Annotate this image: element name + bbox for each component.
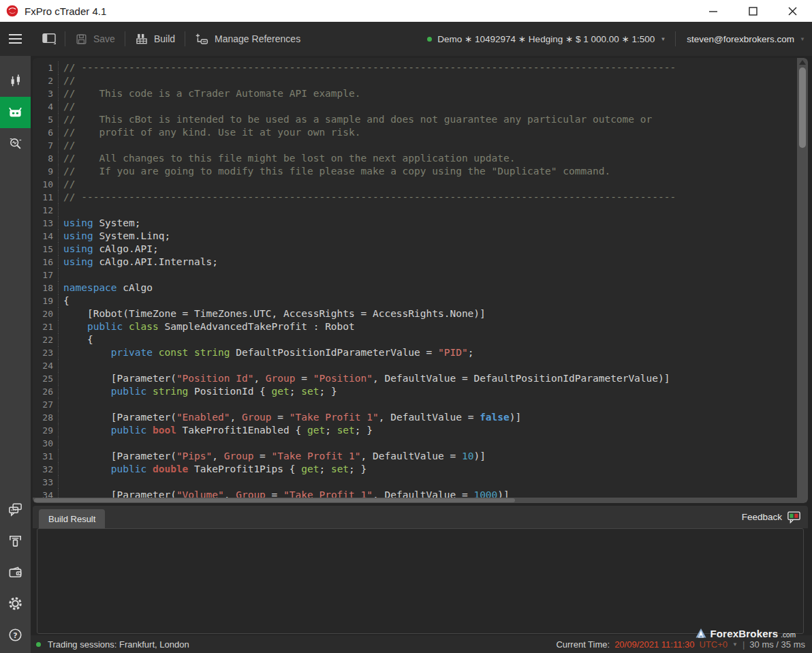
code-line[interactable]: 9// If you are going to modify this file… [33,165,797,178]
sidebar-item-analyze[interactable] [0,128,31,160]
code-token: [Robot(TimeZone = TimeZones.UTC, AccessR… [63,308,486,319]
code-line[interactable]: 5// This cBot is intended to be used as … [33,113,797,126]
code-line[interactable]: 34 [Parameter("Volume", Group = "Take Pr… [33,489,797,498]
code-editor[interactable]: 1// ------------------------------------… [33,58,808,503]
code-token: Group [224,451,254,461]
code-token: )] [473,451,485,461]
code-line[interactable]: 21 public class SampleAdvancedTakeProfit… [33,320,797,333]
code-line[interactable]: 6// profit of any kind. Use it at your o… [33,126,797,139]
line-number: 5 [33,113,59,126]
code-line[interactable]: 4// [33,100,797,113]
code-token: ; } [349,464,366,474]
code-line[interactable]: 33 [33,476,797,489]
code-line[interactable]: 25 [Parameter("Position Id", Group = "Po… [33,372,797,385]
trading-sessions-label: Trading sessions: Frankfurt, London [48,639,189,650]
account-selector[interactable]: Demo ∗ 10492974 ∗ Hedging ∗ $ 1 000.00 ∗… [427,33,666,44]
code-line[interactable]: 16using cAlgo.API.Internals; [33,256,797,269]
sidebar-item-chat[interactable] [0,493,31,525]
code-line[interactable]: 30 [33,437,797,450]
code-line[interactable]: 1// ------------------------------------… [33,61,797,74]
tab-build-result[interactable]: Build Result [39,509,105,528]
code-line[interactable]: 22 { [33,333,797,346]
code-line[interactable]: 3// This code is a cTrader Automate API … [33,87,797,100]
code-line[interactable]: 26 public string PositionId { get; set; … [33,385,797,398]
code-line[interactable]: 12 [33,204,797,217]
code-text: [Parameter("Volume", Group = "Take Profi… [59,489,510,498]
code-line[interactable]: 15using cAlgo.API; [33,243,797,256]
vertical-scrollbar[interactable] [797,58,808,498]
line-number: 28 [33,411,59,424]
sidebar-item-help[interactable]: ? [0,619,31,650]
code-token: get [307,425,325,436]
line-number: 6 [33,126,59,139]
line-number: 12 [33,204,59,217]
timezone-selector[interactable]: UTC+0 [700,639,728,650]
line-number: 1 [33,61,59,74]
feedback-button[interactable]: Feedback [742,506,801,528]
code-line[interactable]: 31 [Parameter("Pips", Group = "Take Prof… [33,450,797,463]
trading-sessions: Trading sessions: Frankfurt, London [36,639,189,650]
code-line[interactable]: 19{ [33,294,797,307]
code-token: System.Linq; [93,230,171,241]
code-text: public string PositionId { get; set; } [59,385,337,398]
line-number: 16 [33,256,59,269]
scroll-up-arrow-icon[interactable] [799,60,806,65]
sidebar-item-automate[interactable] [0,97,31,128]
code-line[interactable]: 11// -----------------------------------… [33,191,797,204]
close-button[interactable] [772,0,812,22]
code-text: // -------------------------------------… [59,191,676,204]
horizontal-scrollbar-thumb[interactable] [34,498,515,502]
build-result-panel [37,528,804,634]
user-menu[interactable]: steven@forexbrokers.com ▼ [676,34,812,44]
code-line[interactable]: 23 private const string DefaultPositionI… [33,346,797,359]
code-token: cAlgo [117,282,153,293]
code-line[interactable]: 2// [33,74,797,87]
manage-references-button[interactable]: Manage References [185,22,310,56]
main-menu-button[interactable] [0,22,31,56]
code-token: [Parameter( [63,412,176,423]
code-line[interactable]: 29 public bool TakeProfit1Enabled { get;… [33,424,797,437]
code-line[interactable]: 7// [33,139,797,152]
code-token: double [153,464,188,474]
code-token: , [224,489,236,498]
code-line[interactable]: 10// [33,178,797,191]
save-icon [75,33,88,46]
code-lines[interactable]: 1// ------------------------------------… [33,58,797,498]
sidebar-item-settings[interactable] [0,588,31,619]
code-line[interactable]: 17 [33,269,797,282]
code-token: cAlgo.API.Internals; [93,256,218,267]
line-number: 33 [33,476,59,489]
code-line[interactable]: 14using System.Linq; [33,230,797,243]
horizontal-scrollbar[interactable] [33,498,808,503]
code-line[interactable]: 28 [Parameter("Enabled", Group = "Take P… [33,411,797,424]
build-button[interactable]: Build [125,22,185,56]
code-token: // -------------------------------------… [63,62,676,73]
save-button[interactable]: Save [65,22,125,56]
code-text: // [59,178,75,191]
code-line[interactable]: 27 [33,398,797,411]
maximize-button[interactable] [733,0,772,22]
code-token: Group [236,489,266,498]
code-line[interactable]: 13using System; [33,217,797,230]
sidebar-item-deposit[interactable] [0,525,31,556]
watermark: ForexBrokers .com [695,627,796,639]
code-line[interactable]: 8// All changes to this file might be lo… [33,152,797,165]
code-token: 1000 [473,489,497,498]
code-line[interactable]: 32 public double TakeProfit1Pips { get; … [33,463,797,476]
code-line[interactable]: 20 [Robot(TimeZone = TimeZones.UTC, Acce… [33,307,797,320]
line-number: 34 [33,489,59,498]
layout-toggle-button[interactable] [31,22,65,56]
code-text: [Robot(TimeZone = TimeZones.UTC, AccessR… [59,307,486,320]
code-line[interactable]: 24 [33,359,797,372]
code-line[interactable]: 18namespace cAlgo [33,282,797,294]
code-token [63,425,111,436]
sidebar-item-trade[interactable] [0,65,31,97]
line-number: 8 [33,152,59,165]
chevron-down-icon[interactable]: ▼ [732,641,738,648]
code-text: public bool TakeProfit1Enabled { get; se… [59,424,373,437]
bottom-panel-tabbar: Build Result Feedback [33,506,808,528]
minimize-button[interactable] [693,0,733,22]
vertical-scrollbar-thumb[interactable] [799,67,806,148]
code-token: namespace [63,282,117,293]
sidebar-item-wallet[interactable] [0,556,31,588]
